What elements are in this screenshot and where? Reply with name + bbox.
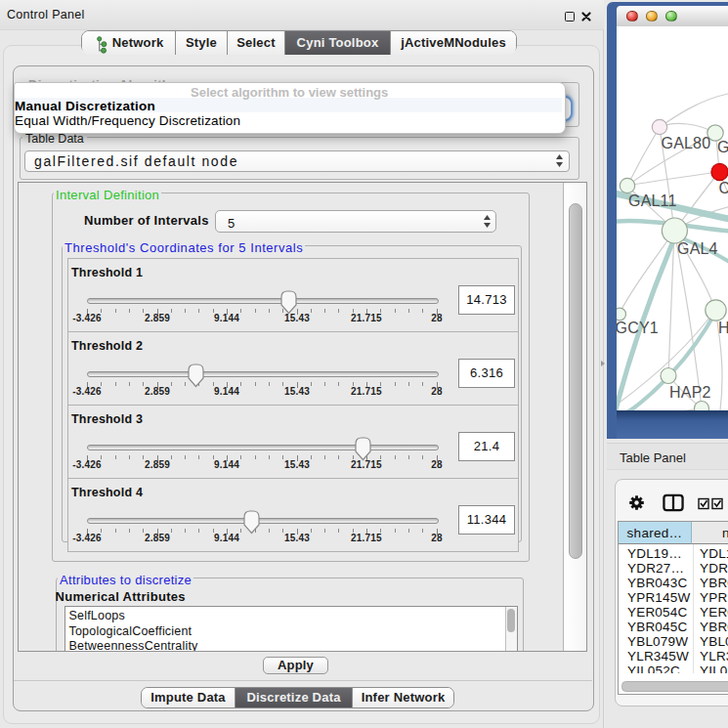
svg-text:GAL4: GAL4 bbox=[677, 240, 718, 257]
svg-text:GCY1: GCY1 bbox=[617, 320, 659, 336]
svg-text:HAP2: HAP2 bbox=[669, 384, 711, 401]
svg-text:C: C bbox=[719, 180, 728, 196]
svg-text:GAL80: GAL80 bbox=[662, 135, 711, 151]
svg-text:GA: GA bbox=[717, 139, 728, 155]
svg-text:GAL11: GAL11 bbox=[628, 193, 677, 209]
svg-text:H: H bbox=[718, 320, 728, 336]
